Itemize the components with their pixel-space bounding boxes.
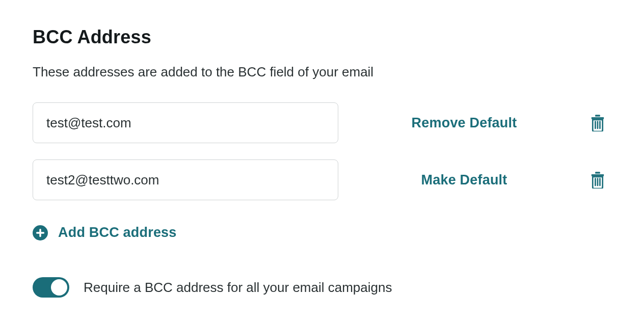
require-bcc-toggle[interactable] [33,277,69,298]
add-bcc-button[interactable]: Add BCC address [33,225,177,240]
plus-circle-icon [33,225,48,240]
svg-rect-9 [599,178,601,186]
toggle-knob [51,279,67,296]
svg-rect-7 [595,178,596,186]
svg-rect-4 [599,121,601,129]
section-description: These addresses are added to the BCC fie… [33,64,611,80]
svg-rect-1 [595,115,600,117]
bcc-row: Make Default [33,159,611,200]
svg-rect-12 [36,232,44,234]
bcc-rows: Remove Default Make Default [33,102,611,200]
bcc-email-input[interactable] [33,159,338,200]
bcc-row: Remove Default [33,102,611,143]
svg-rect-2 [595,121,596,129]
bcc-settings-panel: BCC Address These addresses are added to… [0,0,644,298]
make-default-button[interactable]: Make Default [421,172,507,188]
delete-bcc-button[interactable] [590,171,605,189]
section-title: BCC Address [33,26,611,48]
svg-rect-3 [597,121,599,129]
svg-rect-8 [597,178,599,186]
trash-icon [590,171,605,189]
svg-rect-5 [592,174,604,176]
svg-rect-0 [592,117,604,119]
add-bcc-label: Add BCC address [58,225,177,240]
require-bcc-row: Require a BCC address for all your email… [33,277,611,298]
svg-rect-6 [595,172,600,174]
delete-bcc-button[interactable] [590,114,605,131]
require-bcc-label: Require a BCC address for all your email… [84,280,392,296]
trash-icon [590,114,605,131]
bcc-email-input[interactable] [33,102,338,143]
remove-default-button[interactable]: Remove Default [412,115,517,131]
